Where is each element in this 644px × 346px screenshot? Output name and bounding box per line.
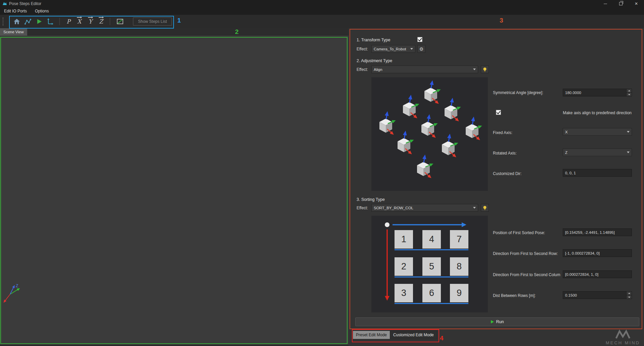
home-button[interactable] [12,17,21,26]
trajectory-button[interactable] [23,17,33,26]
spin-up-button[interactable] [627,89,632,93]
column-direction-input[interactable] [563,270,632,278]
pose-chart-button[interactable] [116,17,125,26]
toolbar: P X Y Z Show Steps List [0,15,644,28]
menu-edit-io-ports[interactable]: Edit IO Ports [0,8,31,14]
fixed-axis-label: Fixed Axis: [493,130,512,135]
row-distance-label: Dist Between Rows [m]: [493,293,536,298]
close-button[interactable]: ✕ [629,0,644,7]
restore-button[interactable] [613,0,629,7]
chevron-down-icon [473,69,476,72]
sorting-order-illustration: 1 4 7 2 5 8 3 6 9 [371,216,488,312]
row-direction-input[interactable] [563,249,632,257]
sort-cell: 2 [395,257,413,276]
gear-icon: ⚙ [419,47,424,51]
tab-customized-edit-mode[interactable]: Customized Edit Mode [390,331,437,339]
axes-icon [46,17,54,26]
lightbulb-icon [482,205,488,211]
spin-down-button[interactable] [627,295,632,299]
run-button[interactable]: Run [355,317,639,326]
first-pose-label: Position of First Sorted Pose: [493,230,545,235]
spin-up-button[interactable] [627,292,632,295]
sorting-hint-button[interactable] [481,204,489,212]
run-label: Run [496,319,504,324]
transform-effect-label: Effect: [357,47,368,51]
window-title: Pose Steps Editor [9,1,41,6]
x-axis-arrow [4,294,10,302]
column-direction-label: Direction From First to Second Colum [493,272,560,277]
lightbulb-icon [482,67,488,72]
pose-letter-button[interactable]: P [64,17,73,26]
sort-cell: 3 [395,284,413,302]
sort-cell: 6 [422,284,441,302]
transform-type-checkbox[interactable] [417,37,422,42]
adjustment-hint-button[interactable] [481,66,489,73]
tab-preset-edit-mode[interactable]: Preset Edit Mode [353,331,390,339]
fixed-axis-value: X [565,130,568,134]
pose-cubes-illustration [371,77,488,191]
sorting-effect-dropdown[interactable]: SORT_BY_ROW_COL [371,204,478,212]
transform-effect-dropdown[interactable]: Camera_To_Robot [371,45,415,53]
adjustment-effect-label: Effect: [357,67,368,72]
show-steps-list-button[interactable]: Show Steps List [133,17,172,26]
axis-align-checkbox[interactable] [496,110,501,115]
minimize-button[interactable] [598,0,613,7]
toolbar-grip[interactable] [3,17,5,26]
sorting-type-title: 3. Sorting Type [357,197,385,202]
z-vector-button[interactable]: Z [96,17,106,26]
rotated-axis-value: Z [565,150,567,155]
y-vector-button[interactable]: Y [86,17,95,26]
row-distance-input[interactable] [563,292,626,299]
pose-letter-label: P [66,19,70,25]
axes-button[interactable] [45,17,55,26]
sort-cell: 7 [450,230,468,249]
start-pose-dot [385,222,389,227]
fixed-axis-dropdown[interactable]: X [563,128,632,136]
scene-viewport[interactable] [0,36,349,345]
customized-dir-input[interactable] [563,169,632,177]
close-icon: ✕ [635,2,638,6]
edit-mode-tabs: Preset Edit Mode Customized Edit Mode [353,331,437,339]
sorting-effect-value: SORT_BY_ROW_COL [374,206,413,210]
z-vector-label: Z [99,19,103,25]
minimize-icon [604,4,607,4]
sort-cell: 1 [395,230,413,249]
rotated-axis-label: Rotated Axis: [493,151,517,156]
run-play-icon [491,320,494,323]
app-icon [2,1,7,6]
spin-buttons [626,292,632,299]
chevron-down-icon [410,48,413,51]
x-vector-label: X [77,19,81,25]
symmetrical-angle-input[interactable] [563,89,626,96]
trajectory-icon [24,17,32,26]
sort-cell: 9 [450,284,468,302]
menubar: Edit IO Ports Options [0,7,644,15]
symmetrical-angle-label: Symmetrical Angle [degree]: [493,90,543,95]
tab-scene-view[interactable]: Scene View [0,28,27,36]
customized-dir-label: Customized Dir: [493,171,521,176]
axis-align-label: Make axis align to predefined direction [563,111,632,115]
rotated-axis-dropdown[interactable]: Z [563,148,632,156]
row-distance-spinbox [563,291,632,299]
titlebar: Pose Steps Editor ✕ [0,0,644,7]
pose-chart-icon [116,17,125,26]
adjustment-effect-dropdown[interactable]: Align [371,66,478,73]
transform-type-title: 1. Transform Type [357,38,390,42]
sort-cell: 5 [422,257,441,276]
x-vector-button[interactable]: X [75,17,84,26]
symmetrical-angle-spinbox [563,89,632,96]
play-simulation-button[interactable] [34,17,44,26]
sort-cell: 4 [422,230,441,249]
menu-options[interactable]: Options [31,8,53,14]
restore-icon [619,2,623,5]
toolbar-separator [59,18,60,25]
toolbar-separator-2 [110,18,110,25]
adjustment-effect-value: Align [374,68,382,72]
sorting-effect-label: Effect: [357,206,368,210]
spin-down-button[interactable] [627,93,632,96]
preset-edit-mode-label: Preset Edit Mode [356,333,387,337]
chevron-down-icon [627,131,630,134]
transform-settings-button[interactable]: ⚙ [417,45,425,53]
adjustment-type-title: 2. Adjustment Type [357,58,392,63]
first-pose-input[interactable] [563,228,632,236]
